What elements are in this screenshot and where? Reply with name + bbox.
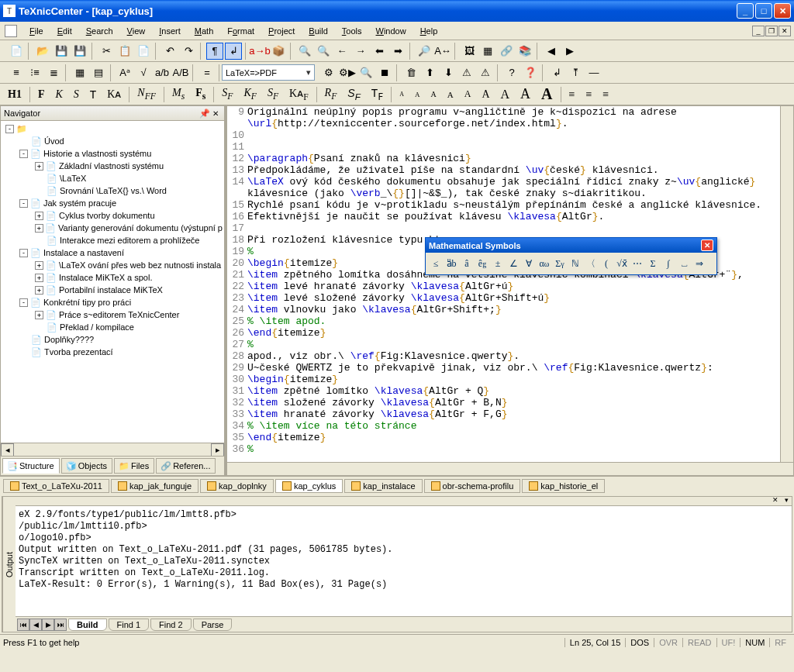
- next-warn-button[interactable]: ⚠: [477, 64, 494, 81]
- itshape-button[interactable]: KF: [240, 85, 259, 103]
- code-line[interactable]: 17: [227, 222, 793, 234]
- output-tab-find1[interactable]: Find 1: [109, 619, 150, 631]
- cut-button[interactable]: ✂: [98, 43, 115, 60]
- redo-button[interactable]: ↷: [180, 43, 197, 60]
- code-line[interactable]: 35\end{itemize}: [227, 432, 793, 443]
- open-button[interactable]: 📂: [34, 43, 51, 60]
- maximize-button[interactable]: □: [755, 3, 772, 19]
- math-sumlimits-icon[interactable]: Σ: [646, 256, 660, 271]
- doc-tab[interactable]: kap_jak_funguje: [111, 479, 198, 493]
- code-line[interactable]: 33 \item hranaté závorky \klavesa{AltGr …: [227, 408, 793, 420]
- goto-next-button[interactable]: →: [352, 43, 369, 60]
- frac-button[interactable]: a/b: [154, 64, 171, 81]
- code-line[interactable]: \url{http://texniccenter.sourceforge.net…: [227, 118, 793, 129]
- nav-tab-structure[interactable]: 📑Structure: [2, 458, 60, 474]
- code-line[interactable]: 9Originální neúplný popis programu v~ang…: [227, 106, 793, 118]
- tree-item[interactable]: +📄Instalace MiKTeX a spol.: [2, 271, 223, 284]
- minimize-button[interactable]: _: [737, 3, 754, 19]
- find-button[interactable]: 🔍: [296, 43, 313, 60]
- tree-item[interactable]: 📄Úvod: [2, 135, 223, 147]
- doc-tab[interactable]: kap_instalace: [344, 479, 422, 493]
- output-last-button[interactable]: ⏭: [54, 619, 67, 631]
- bookmark-prev-button[interactable]: ⬅: [371, 43, 388, 60]
- menu-math[interactable]: Math: [188, 25, 219, 37]
- navigator-close-icon[interactable]: ✕: [210, 108, 221, 119]
- editor-hscrollbar[interactable]: [227, 462, 793, 475]
- code-line[interactable]: 12\paragraph{Psaní znaků na klávesnici}: [227, 153, 793, 164]
- math-intlimits-icon[interactable]: ∫: [661, 256, 675, 271]
- bookmark-next-button[interactable]: ➡: [389, 43, 406, 60]
- code-line[interactable]: 27%: [227, 339, 793, 350]
- doc-tab[interactable]: Text_o_LaTeXu-2011: [3, 479, 109, 493]
- math-misc-icon[interactable]: ∠: [506, 256, 520, 271]
- large-button[interactable]: A: [478, 87, 492, 102]
- tree-item[interactable]: +📄Varianty generování dokumentu (výstupn…: [2, 222, 223, 234]
- tree-item[interactable]: 📄\LaTeX: [2, 172, 223, 184]
- output-pin-icon[interactable]: ▾: [781, 496, 792, 505]
- tree-item[interactable]: +📄Základní vlastnosti systému: [2, 160, 223, 172]
- array-button[interactable]: ▤: [90, 64, 107, 81]
- ref-button[interactable]: 🔗: [498, 43, 515, 60]
- code-line[interactable]: 16Efektivnější je naučit se používat klá…: [227, 211, 793, 222]
- menu-search[interactable]: Search: [80, 25, 119, 37]
- code-line[interactable]: 14\LaTeX ový kód českého dokumentu obsah…: [227, 176, 793, 188]
- find-in-files-button[interactable]: 🔎: [416, 43, 433, 60]
- h1-button[interactable]: H1: [5, 87, 25, 102]
- page-break-button[interactable]: ⤒: [567, 64, 584, 81]
- tree-toggle-icon[interactable]: -: [5, 125, 14, 133]
- clean-button[interactable]: 🗑: [402, 64, 419, 81]
- code-line[interactable]: klávesnice (jako \verb_\{}[]|~&$_), tak …: [227, 188, 793, 199]
- menu-window[interactable]: Window: [370, 25, 413, 37]
- tree-toggle-icon[interactable]: -: [19, 298, 28, 307]
- LARGE-button[interactable]: A: [517, 84, 533, 104]
- code-line[interactable]: 32 \item složené závorky \klavesa{AltGr …: [227, 397, 793, 408]
- tree-item[interactable]: 📄Doplňky????: [2, 333, 223, 346]
- build-button[interactable]: ⚙: [320, 64, 337, 81]
- math-greek-lower-icon[interactable]: αω: [537, 256, 551, 271]
- code-line[interactable]: 36%: [227, 443, 793, 455]
- menu-file[interactable]: File: [23, 25, 50, 37]
- hr-button[interactable]: —: [585, 64, 602, 81]
- nav-tab-files[interactable]: 📁Files: [114, 458, 154, 474]
- tree-item[interactable]: 📄Interakce mezi editorem a prohlížeče: [2, 234, 223, 246]
- mdi-close[interactable]: ✕: [778, 26, 791, 36]
- math-symbols-toolbar[interactable]: Mathematical Symbols ✕ ≤ a̎b â êg ± ∠ ∀ …: [425, 237, 717, 275]
- code-line[interactable]: 34% \item více na této stránce: [227, 420, 793, 432]
- math-hats-icon[interactable]: êg: [475, 256, 489, 271]
- doc-tab[interactable]: kap_cyklus: [275, 479, 343, 493]
- new-button[interactable]: 📄: [8, 43, 25, 60]
- tree-toggle-icon[interactable]: +: [35, 224, 43, 233]
- spellcheck-button[interactable]: a→b: [251, 43, 268, 60]
- rmfamily-button[interactable]: RF: [322, 85, 340, 103]
- output-next-button[interactable]: ▶: [42, 619, 54, 631]
- paste-button[interactable]: 📄: [135, 43, 152, 60]
- tree-item[interactable]: +📄Cyklus tvorby dokumentu: [2, 209, 223, 222]
- tree-item[interactable]: -📄Jak systém pracuje: [2, 197, 223, 209]
- output-tab-parse[interactable]: Parse: [193, 619, 233, 631]
- tree-item[interactable]: +📄\LaTeX ování přes web bez nutnosti ins…: [2, 259, 223, 271]
- scriptsize-button[interactable]: A: [412, 89, 423, 100]
- code-line[interactable]: 11: [227, 141, 793, 153]
- equation-button[interactable]: =: [198, 64, 216, 81]
- tree-toggle-icon[interactable]: +: [35, 162, 43, 171]
- mdi-restore[interactable]: ❐: [765, 26, 778, 36]
- italic-button[interactable]: K: [52, 87, 65, 102]
- math-relations-icon[interactable]: ≤: [429, 256, 443, 271]
- doc-tab[interactable]: kap_historie_el: [522, 479, 605, 493]
- menu-tools[interactable]: Tools: [336, 25, 368, 37]
- nav-tab-referen[interactable]: 🔗Referen...: [156, 458, 216, 474]
- line-break-button[interactable]: ↲: [548, 64, 565, 81]
- view-output-button[interactable]: 🔍: [357, 64, 375, 81]
- math-calligraphic-icon[interactable]: √x̄: [615, 256, 629, 271]
- sffamily-button[interactable]: SF: [344, 85, 363, 103]
- font-size-button[interactable]: Aᵃ: [116, 64, 133, 81]
- tree-toggle-icon[interactable]: +: [35, 311, 43, 319]
- nav-tab-objects[interactable]: 🧊Objects: [61, 458, 112, 474]
- itemize-button[interactable]: ≡: [8, 64, 25, 81]
- menu-insert[interactable]: Insert: [153, 25, 187, 37]
- menu-view[interactable]: View: [121, 25, 152, 37]
- stop-build-button[interactable]: ⏹: [376, 64, 393, 81]
- code-line[interactable]: 15Rychlé psaní kódu je v~protikladu s~ne…: [227, 199, 793, 211]
- math-toolbar-close[interactable]: ✕: [701, 240, 713, 251]
- menu-format[interactable]: Format: [221, 25, 261, 37]
